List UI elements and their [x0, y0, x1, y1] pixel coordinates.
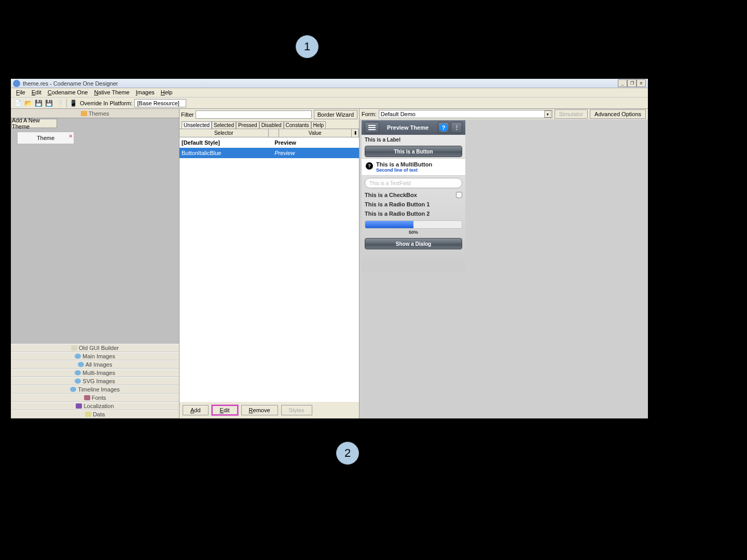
cat-fonts[interactable]: Fonts	[11, 394, 179, 402]
multibutton-line1: This is a MultiButton	[376, 161, 432, 167]
cat-svg-images[interactable]: SVG Images	[11, 377, 179, 385]
cat-localization[interactable]: Localization	[11, 402, 179, 410]
table-row-selected[interactable]: ButtonItalicBlue Preview	[179, 148, 359, 158]
cat-timeline-images[interactable]: Timeline Images	[11, 385, 179, 394]
themes-icon	[81, 111, 87, 116]
image-icon	[75, 354, 81, 359]
close-button[interactable]: X	[637, 79, 646, 87]
form-combo[interactable]: Default Demo ▼	[379, 110, 552, 118]
advanced-options-button[interactable]: Advanced Options	[590, 109, 646, 119]
category-list: Old GUI Builder Main Images All Images M…	[11, 344, 179, 418]
preview-radio1-label: This is a Radio Button 1	[365, 201, 430, 207]
image-icon	[75, 370, 81, 375]
svg-marker-3	[238, 421, 245, 427]
theme-delete-icon[interactable]: ✕	[68, 133, 73, 139]
image-icon	[75, 379, 81, 384]
image-icon	[70, 387, 76, 392]
form-value: Default Demo	[381, 111, 416, 117]
theme-item-label: Theme	[37, 135, 54, 141]
middle-panel: Filter Border Wizard Unselected Selected…	[179, 109, 359, 418]
callout-2: 2	[336, 442, 359, 465]
style-tabs: Unselected Selected Pressed Disabled Con…	[179, 120, 359, 129]
app-window: theme.res - Codename One Designer _ ❐ X …	[10, 78, 648, 419]
image-icon	[78, 362, 84, 367]
preview-slider[interactable]	[365, 220, 462, 229]
hamburger-icon[interactable]	[365, 122, 379, 133]
right-panel: Form: Default Demo ▼ Simulator Advanced …	[359, 109, 648, 418]
window-title: theme.res - Codename One Designer	[23, 80, 618, 87]
simulator-button[interactable]: Simulator	[555, 109, 588, 119]
preview-radio2-row[interactable]: This is a Radio Button 2	[362, 209, 465, 218]
preview-title: Preview Theme	[379, 124, 436, 131]
app-icon	[13, 80, 20, 87]
themes-header-label: Themes	[89, 110, 109, 117]
tab-pressed[interactable]: Pressed	[236, 121, 259, 129]
row-selector: ButtonItalicBlue	[179, 150, 272, 156]
menu-images[interactable]: Images	[133, 88, 158, 97]
cat-all-images[interactable]: All Images	[11, 360, 179, 369]
menu-edit[interactable]: Edit	[29, 88, 45, 97]
styles-button: Styles	[281, 405, 312, 415]
preview-multibutton[interactable]: ? This is a MultiButton Second line of t…	[362, 158, 465, 176]
preview-label: This is a Label	[362, 135, 465, 145]
overflow-icon[interactable]: ⋮	[451, 122, 462, 133]
open-icon[interactable]: 📂	[23, 99, 33, 108]
gui-icon	[71, 345, 77, 351]
style-table: [Default Style] Preview ButtonItalicBlue…	[179, 137, 359, 402]
override-combo[interactable]: [Base Resource]	[134, 99, 186, 107]
menu-native-theme[interactable]: Native Theme	[91, 88, 132, 97]
row-value: Preview	[272, 150, 359, 156]
toolbar: 📄 📂 💾 💾 ❔ 📱 Override In Platform: [Base …	[11, 97, 648, 109]
col-value[interactable]: Value	[279, 129, 352, 137]
checkbox-icon[interactable]	[456, 192, 462, 198]
svg-line-2	[238, 422, 348, 445]
platform-icon[interactable]: 📱	[68, 99, 78, 108]
minimize-button[interactable]: _	[618, 79, 627, 87]
remove-button[interactable]: Remove	[241, 405, 278, 415]
row-selector: [Default Style]	[179, 139, 272, 146]
table-row[interactable]: [Default Style] Preview	[179, 137, 359, 148]
chevron-down-icon: ▼	[544, 110, 551, 118]
preview-textfield[interactable]: This is a TextField	[365, 178, 462, 188]
preview-dialog-button[interactable]: Show a Dialog	[365, 238, 462, 249]
preview-checkbox-label: This is a CheckBox	[365, 192, 417, 198]
preview-radio1-row[interactable]: This is a Radio Button 1	[362, 200, 465, 209]
tab-disabled[interactable]: Disabled	[259, 121, 284, 129]
menu-codenameone[interactable]: Codename One	[45, 88, 91, 97]
data-icon	[85, 412, 91, 417]
row-value: Preview	[272, 139, 359, 146]
tab-selected[interactable]: Selected	[212, 121, 236, 129]
callout-1: 1	[296, 35, 319, 58]
cat-main-images[interactable]: Main Images	[11, 352, 179, 360]
col-selector[interactable]: Selector	[179, 129, 269, 137]
add-theme-button[interactable]: Add A New Theme	[11, 119, 57, 128]
edit-button[interactable]: Edit	[212, 405, 238, 415]
titlebar: theme.res - Codename One Designer _ ❐ X	[11, 79, 648, 88]
save-icon[interactable]: 💾	[34, 99, 43, 108]
col-blank	[269, 129, 279, 137]
help-icon-button[interactable]: ?	[438, 122, 449, 133]
add-button[interactable]: Add	[183, 405, 209, 415]
tab-help[interactable]: Help	[311, 121, 326, 129]
override-label: Override In Platform:	[80, 100, 132, 106]
question-icon: ?	[366, 162, 373, 170]
new-icon[interactable]: 📄	[13, 99, 22, 108]
border-wizard-button[interactable]: Border Wizard	[314, 110, 357, 119]
menu-help[interactable]: Help	[158, 88, 176, 97]
help-icon[interactable]: ❔	[54, 99, 64, 108]
tab-unselected[interactable]: Unselected	[182, 121, 212, 129]
col-control[interactable]: ⬍	[352, 129, 359, 137]
font-icon	[84, 395, 90, 400]
preview-checkbox-row[interactable]: This is a CheckBox	[362, 190, 465, 200]
cat-old-gui[interactable]: Old GUI Builder	[11, 344, 179, 352]
preview-button[interactable]: This is a Button	[365, 146, 462, 157]
menu-file[interactable]: File	[13, 88, 29, 97]
theme-item[interactable]: Theme ✕	[17, 132, 74, 144]
maximize-button[interactable]: ❐	[627, 79, 637, 87]
cat-data[interactable]: Data	[11, 410, 179, 418]
filter-label: Filter	[181, 111, 193, 118]
cat-multi-images[interactable]: Multi-Images	[11, 369, 179, 377]
filter-input[interactable]	[196, 110, 311, 119]
tab-constants[interactable]: Constants	[284, 121, 311, 129]
saveas-icon[interactable]: 💾	[44, 99, 53, 108]
